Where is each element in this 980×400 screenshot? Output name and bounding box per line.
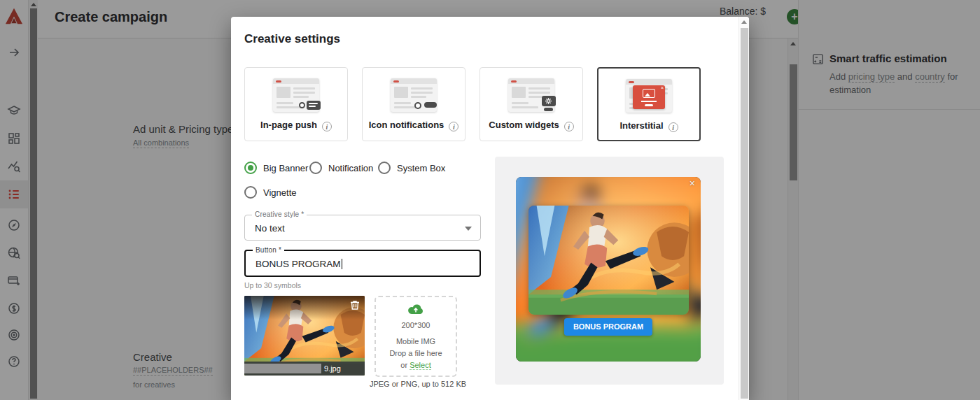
input-value: BONUS PROGRAM [255,259,342,269]
button-text-input[interactable]: Button * BONUS PROGRAM [244,250,481,277]
delete-icon[interactable] [350,299,360,310]
card-label: Icon notifications [369,120,444,130]
radio-notification[interactable]: Notification [309,162,373,174]
preview-close-icon: × [690,178,695,189]
info-icon[interactable] [564,122,574,131]
info-icon[interactable] [322,122,332,131]
chevron-down-icon[interactable] [465,227,472,231]
radio-circle-icon [244,186,257,199]
push-banner-icon [307,101,321,110]
card-label-row: Interstitial [598,120,699,132]
filename-text: 9.jpg [324,364,341,373]
interstitial-preview-card: BONUS PROGRAM × [516,177,701,362]
upload-line1: Mobile IMG [396,336,435,346]
card-in-page-push[interactable]: In-page push [244,67,348,141]
radio-label: Notification [328,163,373,173]
radio-circle-icon [244,162,257,174]
push-circle-icon [299,102,305,108]
filename-bar: 9.jpg [244,362,365,376]
notification-circle-icon [414,102,421,109]
info-icon[interactable] [449,122,458,131]
upload-line3: or Select [400,360,430,370]
radio-label: Big Banner [263,163,308,173]
helper-text: Up to 30 symbols [244,281,301,290]
or-text: or [400,361,410,369]
creative-preview-panel: BONUS PROGRAM × [495,157,724,385]
card-label-row: Icon notifications [363,120,465,131]
radio-circle-icon [309,162,322,174]
interstitial-overlay-icon [633,85,665,109]
image-icon [643,89,655,98]
radio-big-banner[interactable]: Big Banner [244,162,308,174]
preview-cta-button: BONUS PROGRAM [564,318,652,336]
card-label-row: In-page push [245,120,347,131]
upload-note: JPEG or PNG, up to 512 KB [365,380,470,388]
thumbnail-shade [244,296,365,320]
browser-illustration [626,79,672,113]
scrollbar-thumb[interactable] [741,28,748,399]
field-label: Button * [253,246,284,254]
modal-title: Creative settings [244,32,340,46]
mobile-img-dropzone[interactable]: 200*300 Mobile IMG Drop a file here or S… [374,296,457,377]
radio-circle-icon [378,162,391,174]
card-label-row: Custom widgets [480,120,582,131]
cloud-upload-icon [407,303,424,315]
radio-label: System Box [397,163,445,173]
creative-style-select[interactable]: Creative style * No text [244,215,481,241]
card-label: Interstitial [620,120,663,131]
radio-label: Vignette [263,187,296,198]
radio-system-box[interactable]: System Box [378,162,445,174]
notification-pill-icon [424,102,437,108]
card-interstitial[interactable]: Interstitial [597,67,701,141]
input-text: BONUS PROGRAM [255,259,341,269]
browser-illustration [508,78,554,112]
filename-highlight [244,364,321,373]
uploaded-image-thumbnail[interactable]: 9.jpg [244,296,365,376]
creative-settings-modal: Creative settings In-page push [231,17,749,400]
widget-gear-icon [542,96,556,106]
card-label: Custom widgets [489,120,559,130]
card-custom-widgets[interactable]: Custom widgets [479,67,583,141]
card-icon-notifications[interactable]: Icon notifications [362,67,465,141]
preview-main-image [528,206,689,315]
scroll-up-icon[interactable] [741,20,747,24]
text-caret [342,259,342,269]
field-label: Creative style * [252,210,307,218]
radio-vignette[interactable]: Vignette [244,186,296,199]
close-icon [661,85,664,91]
info-icon[interactable] [668,122,678,132]
upload-line2: Drop a file here [389,348,442,358]
widget-pill-icon [544,108,553,111]
browser-illustration [391,78,437,112]
card-label: In-page push [260,120,317,130]
select-file-link[interactable]: Select [410,361,431,370]
upload-size: 200*300 [402,320,430,330]
browser-illustration [273,78,319,112]
app-window: Create campaign Balance: $ + Ad unit & P… [0,0,980,400]
select-value: No text [255,223,285,234]
modal-scrollbar[interactable] [738,17,749,400]
